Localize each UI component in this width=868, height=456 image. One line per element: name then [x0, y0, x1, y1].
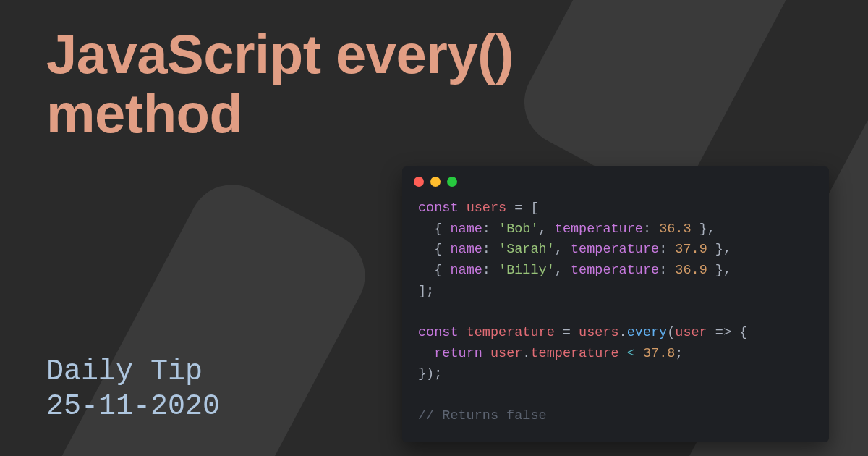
code-window: const users = [ { name: 'Bob', temperatu… — [402, 166, 829, 442]
code-snippet: const users = [ { name: 'Bob', temperatu… — [402, 191, 829, 429]
page-title: JavaScript every() method — [46, 25, 582, 143]
daily-tip-block: Daily Tip 25-11-2020 — [46, 355, 220, 424]
minimize-icon — [430, 177, 441, 187]
close-icon — [414, 177, 424, 187]
tip-date: 25-11-2020 — [46, 389, 220, 424]
tip-label: Daily Tip — [46, 355, 220, 389]
card-canvas: { "title": "JavaScript every() method", … — [0, 0, 868, 456]
zoom-icon — [447, 177, 457, 187]
window-controls — [402, 166, 829, 191]
